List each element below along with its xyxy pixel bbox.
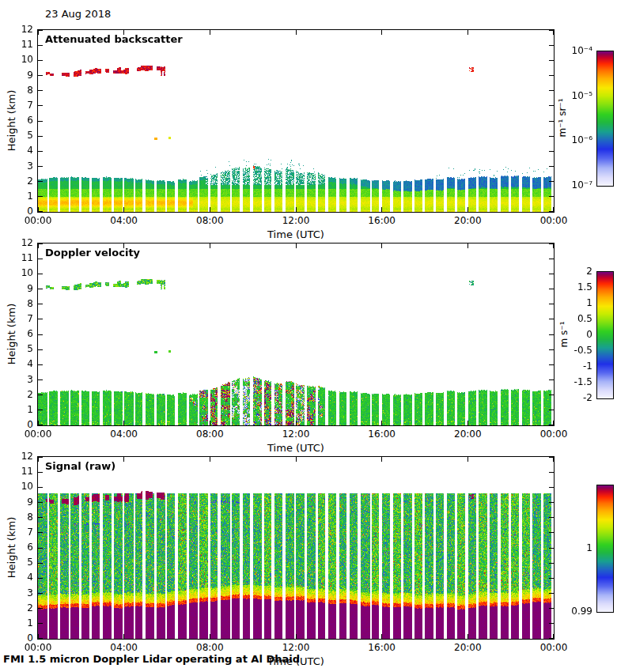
colorbar-tick-label: 1 (545, 297, 592, 308)
y-tick-mark-right (549, 259, 554, 259)
x-tick-label: 12:00 (277, 428, 315, 440)
signal-panel: Signal (raw) (37, 456, 555, 640)
y-tick-mark-right (549, 364, 554, 365)
y-tick-label: 6 (5, 542, 33, 553)
y-tick-mark-right (549, 319, 554, 319)
backscatter-panel: Attenuated backscatter (37, 29, 555, 213)
y-tick-mark-left (38, 90, 43, 91)
backscatter-heatmap (38, 30, 554, 212)
x-tick-mark-top (38, 457, 39, 462)
y-tick-mark-right (549, 502, 554, 503)
y-tick-mark-right (549, 593, 554, 594)
x-tick-mark-bottom (467, 634, 468, 639)
y-tick-mark-left (38, 105, 43, 106)
y-tick-label: 5 (5, 130, 33, 141)
y-tick-label: 4 (5, 145, 33, 156)
x-tick-label: 00:00 (535, 642, 573, 653)
y-tick-mark-left (38, 563, 43, 564)
y-tick-mark-right (549, 548, 554, 549)
x-tick-mark-bottom (38, 634, 39, 639)
x-tick-label: 12:00 (277, 215, 315, 226)
x-tick-mark-top (123, 457, 124, 462)
x-axis-title-backscatter: Time (UTC) (256, 228, 335, 240)
y-tick-mark-left (38, 75, 43, 76)
x-tick-mark-bottom (553, 634, 554, 639)
y-tick-mark-right (549, 304, 554, 304)
x-tick-mark-bottom (381, 207, 382, 212)
y-tick-mark-left (38, 532, 43, 533)
y-tick-label: 2 (5, 602, 33, 613)
x-tick-label: 00:00 (535, 428, 573, 440)
y-tick-mark-right (549, 623, 554, 624)
x-tick-mark-top (296, 30, 297, 35)
y-tick-mark-left (38, 304, 43, 304)
y-tick-mark-right (549, 578, 554, 579)
x-tick-label: 16:00 (363, 428, 401, 440)
x-tick-mark-bottom (296, 421, 297, 425)
y-tick-label: 9 (5, 283, 33, 294)
y-tick-mark-right (549, 75, 554, 76)
velocity-panel-title: Doppler velocity (45, 247, 140, 259)
velocity-panel: Doppler velocity (37, 243, 555, 426)
x-tick-label: 08:00 (191, 215, 229, 226)
x-tick-mark-top (210, 457, 210, 462)
y-tick-mark-right (549, 487, 554, 488)
x-tick-mark-top (38, 30, 39, 35)
y-tick-mark-right (549, 166, 554, 167)
x-tick-mark-top (467, 244, 468, 248)
x-tick-mark-top (210, 244, 210, 248)
y-tick-label: 5 (5, 343, 33, 354)
y-tick-mark-left (38, 181, 43, 182)
y-tick-mark-left (38, 578, 43, 579)
x-tick-label: 16:00 (363, 642, 401, 653)
y-tick-mark-right (549, 532, 554, 533)
x-tick-mark-top (381, 457, 382, 462)
y-tick-mark-right (549, 181, 554, 182)
y-tick-label: 10 (5, 481, 33, 492)
x-tick-label: 20:00 (449, 642, 486, 653)
x-tick-label: 08:00 (191, 428, 229, 440)
y-tick-mark-left (38, 608, 43, 609)
y-tick-label: 12 (5, 237, 33, 248)
y-tick-mark-left (38, 151, 43, 152)
colorbar-tick-label: 1.5 (545, 281, 592, 293)
y-tick-mark-left (38, 364, 43, 365)
y-tick-label: 7 (5, 313, 33, 324)
colorbar-backscatter (596, 51, 614, 187)
y-tick-mark-left (38, 319, 43, 319)
y-tick-label: 3 (5, 160, 33, 172)
colorbar-tick-label: 0.99 (545, 606, 592, 617)
y-tick-label: 3 (5, 587, 33, 598)
x-tick-mark-bottom (123, 207, 124, 212)
y-tick-label: 2 (5, 176, 33, 187)
colorbar-tick-label: -2 (545, 392, 592, 403)
backscatter-panel-title: Attenuated backscatter (45, 33, 183, 45)
x-tick-label: 20:00 (449, 428, 486, 440)
x-tick-mark-bottom (467, 421, 468, 425)
colorbar-signal (596, 485, 614, 613)
x-tick-mark-bottom (296, 634, 297, 639)
x-tick-label: 12:00 (277, 642, 315, 653)
x-tick-mark-bottom (381, 421, 382, 425)
y-tick-mark-left (38, 410, 43, 410)
y-tick-mark-right (549, 121, 554, 122)
y-tick-mark-right (549, 410, 554, 410)
x-tick-mark-top (553, 457, 554, 462)
y-tick-mark-right (549, 517, 554, 518)
y-tick-mark-right (549, 563, 554, 564)
x-tick-mark-bottom (553, 421, 554, 425)
y-tick-mark-left (38, 259, 43, 259)
x-tick-mark-top (296, 457, 297, 462)
y-tick-mark-left (38, 45, 43, 46)
y-tick-mark-left (38, 349, 43, 350)
y-tick-mark-right (549, 608, 554, 609)
x-tick-mark-top (553, 244, 554, 248)
x-tick-mark-bottom (210, 207, 210, 212)
y-tick-mark-left (38, 289, 43, 289)
x-tick-mark-top (38, 244, 39, 248)
colorbar-tick-label: -1 (545, 361, 592, 372)
lidar-quicklook-figure: 23 Aug 2018 Attenuated backscatter Heigh… (0, 0, 617, 672)
y-tick-mark-left (38, 196, 43, 197)
y-tick-mark-left (38, 472, 43, 473)
y-tick-mark-left (38, 395, 43, 395)
